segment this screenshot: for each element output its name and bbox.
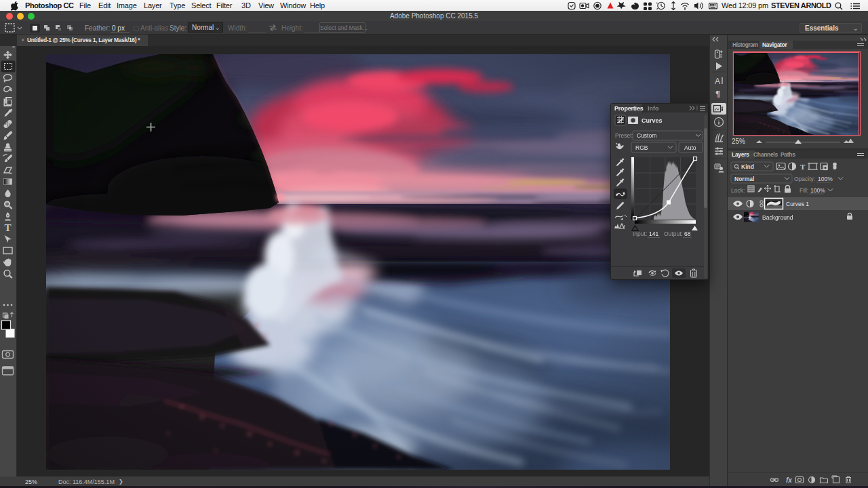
svg-text:Output:: Output: <box>664 230 683 237</box>
svg-text:141: 141 <box>649 230 658 237</box>
svg-text:A: A <box>715 77 720 86</box>
svg-text:68: 68 <box>684 230 691 237</box>
svg-text:Background: Background <box>762 214 793 221</box>
svg-text:Navigator: Navigator <box>762 41 787 48</box>
svg-text:Custom: Custom <box>637 132 656 139</box>
svg-text:Curves 1: Curves 1 <box>786 201 809 207</box>
svg-text:Input:: Input: <box>633 230 647 237</box>
svg-text:Paths: Paths <box>781 151 795 158</box>
svg-text:Preset:: Preset: <box>615 132 633 139</box>
svg-text:Channels: Channels <box>753 151 778 158</box>
svg-text:Auto: Auto <box>684 144 696 151</box>
svg-text:Opacity:: Opacity: <box>794 176 815 182</box>
svg-text:100%: 100% <box>818 176 833 182</box>
svg-text:Fill:: Fill: <box>800 187 808 194</box>
svg-text:Layers: Layers <box>732 151 749 158</box>
svg-text:T: T <box>4 222 11 233</box>
svg-text:RGB: RGB <box>635 144 648 151</box>
svg-text:Curves: Curves <box>642 117 663 124</box>
svg-text:¶: ¶ <box>715 88 720 98</box>
svg-text:Normal: Normal <box>734 176 754 182</box>
svg-text:Lock:: Lock: <box>731 187 745 194</box>
svg-text:Properties: Properties <box>614 105 644 112</box>
svg-text:Kind: Kind <box>741 163 754 170</box>
svg-text:100%: 100% <box>810 187 825 194</box>
svg-text:25%: 25% <box>732 138 745 145</box>
svg-text:Histogram: Histogram <box>732 41 758 48</box>
svg-text:T: T <box>800 163 806 171</box>
svg-text:Info: Info <box>648 105 659 112</box>
svg-text:fx: fx <box>786 476 792 484</box>
